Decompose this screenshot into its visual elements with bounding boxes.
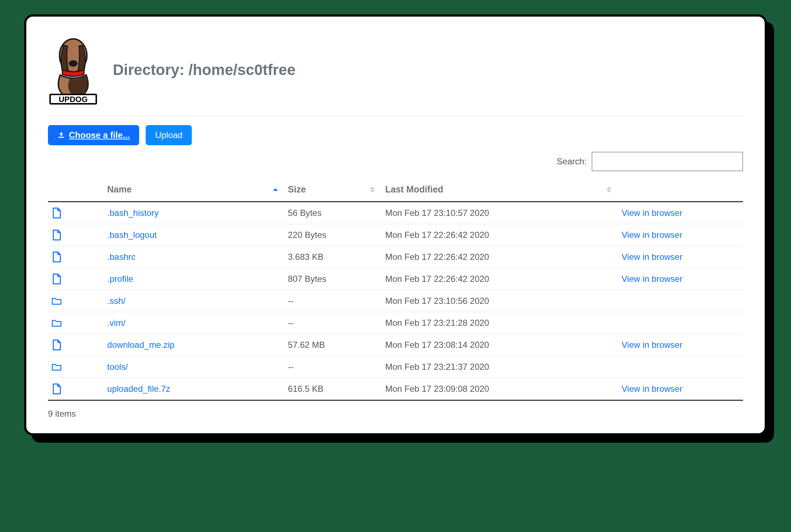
table-row: .vim/--Mon Feb 17 23:21:28 2020 — [48, 312, 743, 334]
table-row: .bashrc3.683 KBMon Feb 17 22:26:42 2020V… — [48, 246, 743, 268]
file-icon — [48, 202, 103, 224]
table-row: .bash_logout220 BytesMon Feb 17 22:26:42… — [48, 224, 743, 246]
folder-icon — [48, 356, 103, 378]
file-link[interactable]: .bash_logout — [107, 230, 156, 240]
file-link[interactable]: .bashrc — [107, 252, 136, 262]
view-in-browser-link[interactable]: View in browser — [622, 340, 682, 350]
file-link[interactable]: tools/ — [107, 362, 128, 372]
file-link[interactable]: uploaded_file.7z — [107, 384, 170, 394]
search-label: Search: — [557, 156, 587, 167]
choose-file-label: Choose a file... — [69, 130, 130, 140]
file-link[interactable]: .ssh/ — [107, 296, 125, 306]
file-size: -- — [284, 312, 382, 334]
sort-asc-icon — [273, 188, 278, 191]
file-modified: Mon Feb 17 23:10:57 2020 — [381, 202, 618, 224]
file-icon — [48, 268, 103, 290]
table-row: .ssh/--Mon Feb 17 23:10:56 2020 — [48, 290, 743, 312]
logo-text: UPDOG — [59, 95, 88, 104]
file-size: -- — [284, 356, 382, 378]
file-modified: Mon Feb 17 23:08:14 2020 — [381, 334, 618, 356]
sort-icon — [370, 187, 375, 192]
file-size: 3.683 KB — [284, 246, 382, 268]
sort-icon — [606, 187, 611, 192]
updog-logo: UPDOG — [48, 35, 98, 105]
file-icon — [48, 246, 103, 268]
view-in-browser-link[interactable]: View in browser — [622, 208, 682, 218]
table-row: tools/--Mon Feb 17 23:21:37 2020 — [48, 356, 743, 378]
file-link[interactable]: .profile — [107, 274, 133, 284]
col-icon — [48, 178, 103, 202]
file-modified: Mon Feb 17 22:26:42 2020 — [381, 268, 618, 290]
file-icon — [48, 378, 103, 400]
file-link[interactable]: download_me.zip — [107, 340, 174, 350]
col-size-label: Size — [288, 184, 306, 194]
search-row: Search: — [48, 152, 743, 171]
header: UPDOG Directory: /home/sc0tfree — [48, 35, 743, 105]
col-name-header[interactable]: Name — [103, 178, 284, 202]
file-icon — [48, 224, 103, 246]
toolbar: Choose a file... Upload — [48, 125, 743, 145]
view-in-browser-link[interactable]: View in browser — [622, 274, 682, 284]
table-row: download_me.zip57.62 MBMon Feb 17 23:08:… — [48, 334, 743, 356]
upload-button[interactable]: Upload — [146, 125, 192, 145]
header-divider — [48, 116, 743, 116]
col-modified-label: Last Modified — [385, 184, 443, 194]
file-size: 220 Bytes — [284, 224, 382, 246]
table-row: uploaded_file.7z616.5 KBMon Feb 17 23:09… — [48, 378, 743, 400]
file-modified: Mon Feb 17 22:26:42 2020 — [381, 246, 618, 268]
file-size: 807 Bytes — [284, 268, 382, 290]
col-modified-header[interactable]: Last Modified — [381, 178, 618, 202]
view-in-browser-link[interactable]: View in browser — [622, 384, 682, 394]
file-modified: Mon Feb 17 23:10:56 2020 — [381, 290, 618, 312]
file-link[interactable]: .vim/ — [107, 318, 125, 328]
file-link[interactable]: .bash_history — [107, 208, 159, 218]
app-window: UPDOG Directory: /home/sc0tfree Choose a… — [24, 14, 767, 435]
search-input[interactable] — [592, 152, 743, 171]
file-size: 57.62 MB — [284, 334, 382, 356]
file-size: 616.5 KB — [284, 378, 382, 400]
upload-button-label: Upload — [155, 130, 182, 140]
file-modified: Mon Feb 17 23:21:28 2020 — [381, 312, 618, 334]
folder-icon — [48, 290, 103, 312]
table-row: .profile807 BytesMon Feb 17 22:26:42 202… — [48, 268, 743, 290]
page-title: Directory: /home/sc0tfree — [113, 61, 296, 79]
item-count: 9 items — [48, 401, 743, 419]
file-modified: Mon Feb 17 22:26:42 2020 — [381, 224, 618, 246]
folder-icon — [48, 312, 103, 334]
file-table: Name Size Last Modified .bash_history56 … — [48, 178, 743, 401]
upload-icon — [57, 131, 65, 139]
col-size-header[interactable]: Size — [284, 178, 382, 202]
col-action-header — [618, 178, 743, 202]
table-row: .bash_history56 BytesMon Feb 17 23:10:57… — [48, 202, 743, 224]
col-name-label: Name — [107, 184, 132, 194]
view-in-browser-link[interactable]: View in browser — [622, 252, 682, 262]
file-modified: Mon Feb 17 23:09:08 2020 — [381, 378, 618, 400]
svg-rect-3 — [59, 137, 64, 138]
file-size: 56 Bytes — [284, 202, 382, 224]
file-modified: Mon Feb 17 23:21:37 2020 — [381, 356, 618, 378]
view-in-browser-link[interactable]: View in browser — [622, 230, 682, 240]
svg-point-1 — [69, 60, 78, 67]
file-size: -- — [284, 290, 382, 312]
choose-file-button[interactable]: Choose a file... — [48, 125, 139, 145]
file-icon — [48, 334, 103, 356]
